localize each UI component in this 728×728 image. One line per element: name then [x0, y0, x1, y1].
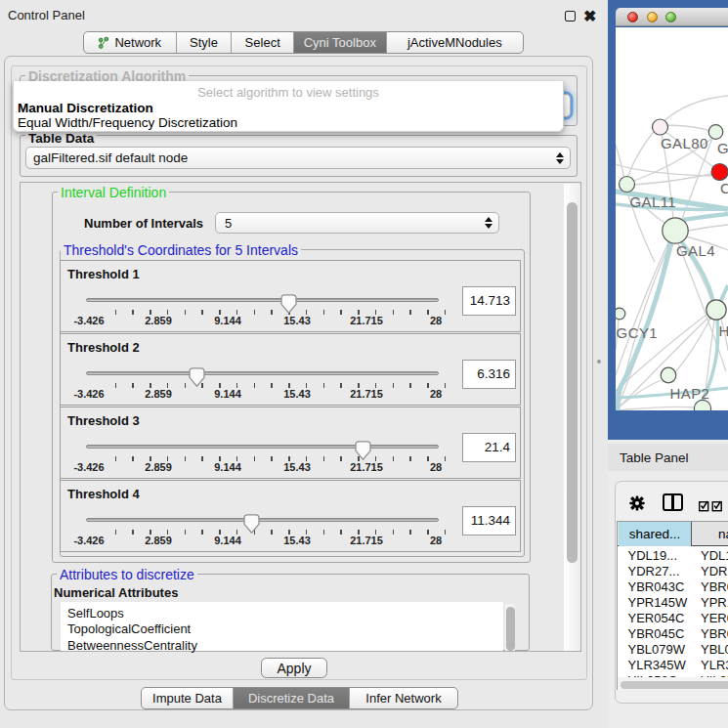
svg-text:GAL2: GAL2	[717, 140, 728, 156]
svg-text:GAL4: GAL4	[676, 242, 715, 259]
svg-text:GAL80: GAL80	[661, 135, 708, 151]
svg-text:CDC2: CDC2	[720, 180, 728, 196]
svg-text:HIS4: HIS4	[719, 322, 728, 339]
svg-text:GAL11: GAL11	[630, 193, 677, 210]
svg-text:HAP2: HAP2	[670, 385, 710, 402]
svg-text:GCY1: GCY1	[617, 324, 658, 341]
